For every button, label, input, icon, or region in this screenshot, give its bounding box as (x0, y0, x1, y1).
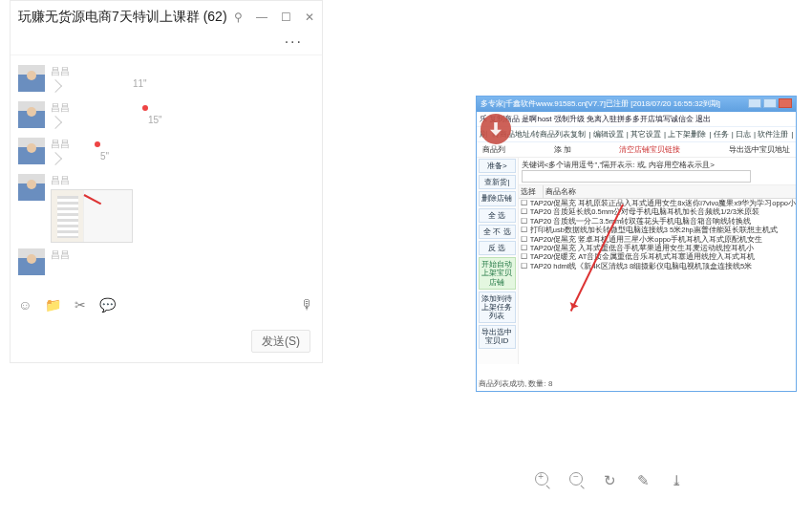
voice-icon (49, 79, 62, 93)
scissors-icon[interactable]: ✂ (75, 297, 86, 313)
app-titlebar: 多专家|千鑫软件www.91585.cn[V7.7]已注册 [2018/07/2… (477, 97, 796, 112)
add-button[interactable]: 添 加 (554, 144, 571, 155)
embedded-app-window: 多专家|千鑫软件www.91585.cn[V7.7]已注册 [2018/07/2… (476, 96, 797, 392)
table-row[interactable]: ☐TAP20 音质延长线0.5mm公对母手机电脑耳机加长音频线1/2/3米原装 (519, 207, 796, 216)
input-toolbar: ☺ 📁 ✂ 💬 🎙 (18, 297, 314, 313)
message-list: 昌昌 11" 昌昌 15" 昌昌 5" 昌昌 (11, 54, 322, 303)
voice-message[interactable]: 昌昌 11" (18, 65, 314, 96)
voice-icon (49, 152, 62, 165)
avatar[interactable] (18, 248, 45, 275)
chat-history-icon[interactable]: 💬 (99, 297, 116, 313)
send-button[interactable]: 发送(S) (251, 330, 310, 353)
minimize-icon[interactable] (748, 98, 761, 108)
emoji-icon[interactable]: ☺ (18, 297, 32, 313)
avatar[interactable] (18, 65, 45, 92)
table-row[interactable]: ☐打印机usb数据线加长转微型电脑连接线3 5米2hp惠普佳能延长联想主机式 (519, 226, 796, 234)
col-select: 选择 (519, 185, 544, 198)
maximize-icon[interactable]: ☐ (281, 11, 291, 24)
download-icon[interactable]: ⤓ (671, 472, 683, 489)
pin-icon[interactable]: ⚲ (234, 11, 243, 24)
duration-label: 11" (133, 78, 147, 89)
app-menubar[interactable]: 乐 复制商品 是啊host 强制升级 免离入驻拼多多开店填写诚信金 退出 (477, 112, 796, 127)
table-body: ☐TAP20/促黑充 耳机原装正品入耳式通用女生8x迷你i7vivo魔果x9华为… (519, 199, 796, 364)
image-message[interactable]: 昌昌 (18, 248, 314, 279)
table-header: 选择 商品名称 (519, 185, 796, 199)
rotate-icon[interactable]: ↻ (604, 472, 616, 489)
table-row[interactable]: ☐TAP20 音质线一分二3.5mm转双莲花头手机电脑音箱音响线转换线 (519, 217, 796, 226)
table-row[interactable]: ☐TAP20/促黑充 竖卓耳机通用三星小米oppo手机耳机入耳式原配机女生 (519, 235, 796, 244)
viewer-toolbar: ↻ ✎ ⤓ (535, 472, 683, 489)
sidebar-select-none-button[interactable]: 全 不 选 (479, 225, 516, 239)
tab-item[interactable]: 编辑设置 (593, 130, 624, 139)
unread-dot (142, 105, 148, 111)
avatar[interactable] (18, 101, 45, 128)
duration-label: 15" (148, 115, 162, 125)
chat-header: 玩赚无货源电商7天特训上课群 (62) ⚲ — ☐ ✕ (11, 1, 322, 33)
action-row: 商品列 添 加 清空店铺宝贝链接 导出选中宝贝地址 (477, 142, 796, 158)
clear-links-button[interactable]: 清空店铺宝贝链接 (619, 144, 680, 155)
voice-icon (49, 116, 62, 129)
col-name: 商品名称 (544, 185, 796, 198)
tab-item[interactable]: 其它设置 (630, 130, 661, 139)
sender-name: 昌昌 (51, 65, 70, 78)
sidebar-prepare-button[interactable]: 准备> (479, 159, 516, 173)
window-controls: ⚲ — ☐ ✕ (234, 11, 314, 24)
app-title: 多专家|千鑫软件www.91585.cn[V7.7]已注册 [2018/07/2… (481, 98, 720, 110)
ellipsis-icon[interactable]: ··· (275, 30, 312, 54)
table-row[interactable]: ☐TAP20/促暖充 AT音质金属重低音乐耳机式耳塞通用线控入耳式耳机 (519, 252, 796, 261)
voice-message[interactable]: 昌昌 15" (18, 101, 314, 132)
avatar[interactable] (18, 174, 45, 201)
sidebar-start-auto-button[interactable]: 开始自动上架宝贝店铺 (479, 257, 516, 290)
unread-dot (95, 141, 100, 147)
table-row[interactable]: ☐TAP20/促黑充 入耳式重低音手机苹果通用女生耳麦运动线控耳机小 (519, 244, 796, 252)
keyword-input[interactable] (522, 170, 751, 183)
image-message[interactable]: 昌昌 (18, 174, 314, 243)
sidebar-select-all-button[interactable]: 全 选 (479, 208, 516, 223)
tab-item[interactable]: 上下架删除 (668, 130, 706, 139)
voice-input-icon[interactable]: 🎙 (301, 297, 314, 313)
close-icon[interactable] (779, 98, 792, 108)
sidebar-add-queue-button[interactable]: 添加到待上架任务列表 (479, 291, 516, 324)
sidebar-delete-shop-button[interactable]: 删除店铺 (479, 191, 516, 205)
table-row[interactable]: ☐TAP20/促黑充 耳机原装正品入耳式通用女生8x迷你i7vivo魔果x9华为… (519, 199, 796, 207)
table-row[interactable]: ☐TAP20 hdmi线《新4K区清线3 8细摄影仪电脑电视机顶盒连接线5米 (519, 262, 796, 270)
zoom-in-icon[interactable] (535, 472, 548, 489)
edit-icon[interactable]: ✎ (637, 472, 650, 489)
sidebar-export-id-button[interactable]: 导出选中宝贝ID (479, 325, 516, 348)
duration-label: 5" (100, 151, 109, 162)
chat-window: 玩赚无货源电商7天特训上课群 (62) ⚲ — ☐ ✕ ··· 昌昌 11" 昌… (10, 0, 323, 363)
sender-name: 昌昌 (51, 248, 70, 262)
sidebar-check-button[interactable]: 查新货| (479, 175, 516, 189)
avatar[interactable] (18, 138, 45, 164)
action-label: 商品列 (482, 144, 505, 155)
folder-icon[interactable]: 📁 (45, 297, 61, 313)
chat-title: 玩赚无货源电商7天特训上课群 (62) (18, 9, 227, 26)
app-sidebar: 准备> 查新货| 删除店铺 全 选 全 不 选 反 选 开始自动上架宝贝店铺 添… (477, 158, 519, 364)
tab-item[interactable]: 软件注册 (758, 130, 788, 139)
tab-item[interactable]: 日志 (736, 130, 751, 139)
export-button[interactable]: 导出选中宝贝地址 (729, 144, 790, 155)
close-icon[interactable]: ✕ (305, 11, 314, 24)
app-main: 关键词<多个请用逗号","隔开表示: 或, 内容用空格表示且> 选择 商品名称 … (519, 158, 796, 364)
voice-message[interactable]: 昌昌 5" (18, 138, 314, 168)
image-thumbnail[interactable] (51, 189, 133, 243)
keyword-row: 关键词<多个请用逗号","隔开表示: 或, 内容用空格表示且> (519, 158, 796, 185)
keyword-label: 关键词<多个请用逗号","隔开表示: 或, 内容用空格表示且> (522, 161, 715, 169)
sender-name: 昌昌 (51, 138, 70, 151)
zoom-out-icon[interactable] (569, 472, 583, 489)
sender-name: 昌昌 (51, 101, 70, 115)
cursor-highlight-icon (481, 114, 511, 144)
tab-item[interactable]: 任务 (714, 130, 729, 139)
image-viewer: 多专家|千鑫软件www.91585.cn[V7.7]已注册 [2018/07/2… (476, 38, 799, 392)
app-content: 准备> 查新货| 删除店铺 全 选 全 不 选 反 选 开始自动上架宝贝店铺 添… (477, 158, 796, 364)
sidebar-invert-button[interactable]: 反 选 (479, 241, 516, 255)
minimize-icon[interactable]: — (256, 11, 267, 24)
sender-name: 昌昌 (51, 174, 133, 187)
maximize-icon[interactable] (763, 98, 777, 108)
more-menu[interactable]: ··· (11, 33, 322, 54)
status-text: 商品列表成功, 数量: 8 (479, 378, 552, 389)
app-window-controls (748, 98, 792, 110)
app-tabbar: 刷 转商品地址/转商品列表复制| 编辑设置| 其它设置| 上下架删除| 任务| … (477, 127, 796, 142)
